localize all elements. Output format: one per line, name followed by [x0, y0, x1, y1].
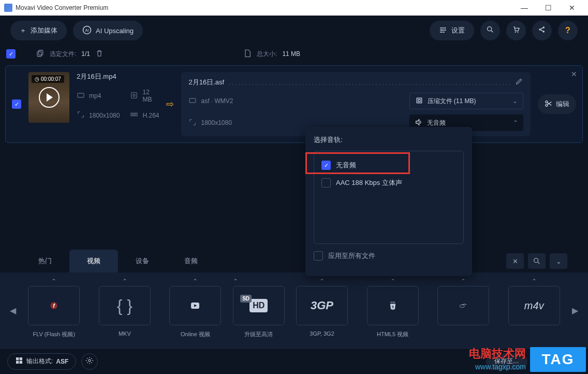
audio-option-none[interactable]: ✓ 无音频: [319, 156, 458, 174]
svg-rect-12: [37, 51, 41, 56]
filename-dots: ........................................…: [228, 78, 510, 87]
minimize-button[interactable]: —: [512, 0, 536, 16]
tab-devices[interactable]: 设备: [118, 250, 167, 272]
svg-point-4: [443, 31, 445, 33]
resolution-icon: [77, 110, 85, 120]
svg-point-34: [89, 359, 91, 362]
select-all-checkbox[interactable]: ✓: [6, 49, 16, 59]
titlebar: Movavi Video Converter Premium — ☐ ✕: [0, 0, 588, 16]
svg-rect-31: [20, 357, 22, 360]
output-format-pill[interactable]: 输出格式: ASF: [7, 353, 76, 370]
format-3gp-label: 3GP, 3G2: [310, 330, 334, 337]
svg-rect-13: [78, 93, 84, 97]
total-size-value: 11 MB: [282, 50, 300, 57]
audio-panel-title: 选择音轨:: [314, 135, 464, 145]
add-media-button[interactable]: ＋ 添加媒体: [10, 21, 67, 40]
svg-text:5: 5: [392, 305, 394, 309]
svg-text:HTML: HTML: [390, 301, 395, 304]
format-hd[interactable]: ⌃ SDHD 升级至高清: [233, 277, 285, 344]
edit-label: 编辑: [556, 99, 569, 109]
compress-label: 压缩文件 (11 MB): [428, 97, 476, 106]
format-prev-button[interactable]: ◀: [5, 290, 21, 331]
format-flv-label: FLV (Flash 视频): [33, 330, 75, 338]
chevron-up-icon: ⌃: [513, 119, 518, 126]
ai-icon: AI: [82, 25, 92, 36]
chevron-up-icon: ⌃: [532, 277, 537, 286]
format-bluray[interactable]: ⌃: [430, 277, 497, 344]
info-bar: ✓ 选定文件: 1/1 总大小: 11 MB: [0, 46, 588, 62]
tab-audio[interactable]: 音频: [167, 250, 215, 272]
source-filename: 2月16日.mp4: [77, 72, 159, 81]
tab-video[interactable]: 视频: [69, 250, 118, 272]
chevron-up-icon: ⌃: [51, 277, 56, 286]
windows-icon: [15, 356, 23, 366]
scissors-icon: [545, 99, 553, 109]
settings-button[interactable]: 设置: [430, 21, 474, 40]
output-format-value: ASF: [56, 358, 68, 365]
tab-popular[interactable]: 热门: [21, 250, 69, 272]
arrow-icon: ⇨: [166, 72, 174, 136]
format-html5[interactable]: ⌃ HTML5 HTML5 视频: [359, 277, 426, 344]
audio-option-aac[interactable]: AAC 188 Kbps 立体声: [319, 174, 458, 192]
format-flv[interactable]: ⌃ f FLV (Flash 视频): [21, 277, 87, 344]
format-3gp[interactable]: ⌃ 3GP 3GP, 3G2: [289, 277, 356, 344]
checkbox-unchecked-icon: [321, 178, 331, 188]
tab-close-button[interactable]: ✕: [506, 253, 524, 269]
format-html5-label: HTML5 视频: [377, 330, 408, 338]
close-button[interactable]: ✕: [560, 0, 584, 16]
watermark-text: 电脑技术网: [469, 346, 526, 362]
compress-icon: [415, 96, 423, 106]
svg-point-7: [517, 32, 518, 33]
ai-upscaling-button[interactable]: AI AI Upscaling: [73, 21, 143, 40]
play-icon: [39, 87, 60, 108]
maximize-button[interactable]: ☐: [536, 0, 560, 16]
source-codec: H.264: [142, 112, 159, 119]
clock-icon: ◷: [35, 76, 39, 82]
chevron-up-icon: ⌃: [233, 277, 285, 286]
compress-dropdown[interactable]: 压缩文件 (11 MB) ⌄: [409, 93, 523, 109]
apply-all-checkbox[interactable]: [314, 251, 323, 261]
trash-icon[interactable]: [95, 49, 104, 59]
output-format-label: 输出格式:: [26, 357, 53, 366]
toolbar: ＋ 添加媒体 AI AI Upscaling 设置 ?: [0, 16, 588, 46]
help-button[interactable]: ?: [558, 21, 578, 40]
svg-text:AI: AI: [85, 28, 89, 33]
tab-collapse-button[interactable]: ⌄: [550, 253, 567, 269]
rename-button[interactable]: [515, 77, 523, 88]
svg-rect-32: [16, 361, 19, 364]
share-button[interactable]: [532, 21, 552, 40]
cart-icon: [512, 25, 520, 36]
file-icon: [243, 49, 252, 59]
watermark-url: www.tagxp.com: [475, 363, 526, 371]
chevron-up-icon: ⌃: [319, 277, 325, 286]
format-mkv[interactable]: ⌃ { } MKV: [92, 277, 158, 344]
format-m4v[interactable]: ⌃ m4v: [501, 277, 567, 344]
selected-files-label: 选定文件:: [50, 50, 76, 59]
output-format: asf · WMV2: [201, 97, 233, 105]
svg-rect-18: [136, 113, 138, 116]
remove-item-button[interactable]: ✕: [571, 70, 577, 78]
format-next-button[interactable]: ▶: [567, 290, 583, 331]
format-online[interactable]: ⌃ Online 视频: [162, 277, 229, 344]
item-checkbox[interactable]: ✓: [12, 99, 21, 109]
tab-search-button[interactable]: [528, 253, 546, 269]
checkbox-checked-icon: ✓: [321, 161, 331, 170]
codec-icon: [130, 110, 138, 120]
svg-rect-14: [131, 92, 137, 98]
svg-rect-17: [134, 113, 135, 116]
plus-icon: ＋: [20, 26, 26, 35]
svg-point-5: [488, 27, 492, 31]
app-title: Movavi Video Converter Premium: [16, 4, 512, 11]
cart-button[interactable]: [506, 21, 526, 40]
chevron-down-icon: ⌄: [512, 97, 518, 105]
edit-button[interactable]: 编辑: [538, 94, 576, 114]
sliders-icon: [439, 26, 447, 36]
apply-all-label: 应用至所有文件: [328, 251, 375, 261]
output-settings-button[interactable]: [81, 353, 98, 370]
settings-label: 设置: [451, 26, 465, 35]
video-thumbnail[interactable]: ◷ 00:00:07: [28, 72, 69, 123]
svg-rect-30: [16, 357, 19, 360]
output-resolution: 1800x1080: [201, 119, 231, 126]
search-button[interactable]: [480, 21, 500, 40]
svg-rect-16: [131, 113, 133, 116]
